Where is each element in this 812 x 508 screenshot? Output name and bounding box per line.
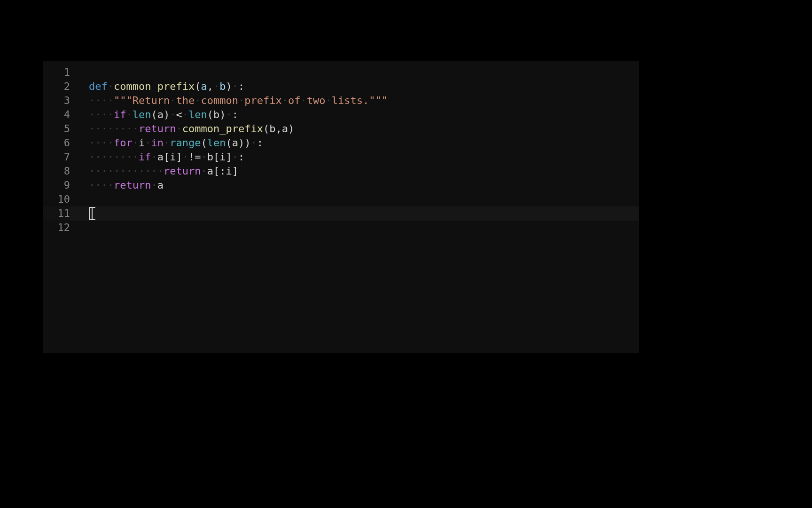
code-token: · xyxy=(170,109,176,120)
code-token: in xyxy=(151,137,164,149)
line-number: 5 xyxy=(43,122,70,136)
code-token: i xyxy=(170,151,176,163)
code-token: len xyxy=(133,109,151,120)
line-content[interactable]: ····return·a xyxy=(70,178,639,192)
code-token: ···· xyxy=(89,95,114,106)
line-content[interactable]: ····"""Return·the·common·prefix·of·two·l… xyxy=(70,94,639,108)
code-token: : xyxy=(232,109,238,120)
code-token: a xyxy=(207,165,213,177)
code-token: if xyxy=(114,109,126,120)
line-number: 8 xyxy=(43,164,70,178)
code-token: def xyxy=(89,80,108,92)
code-token: ) xyxy=(226,80,232,92)
code-area[interactable]: 12def·common_prefix(a,·b)·:3····"""Retur… xyxy=(43,61,639,235)
code-token: · xyxy=(250,137,257,149)
line-content[interactable] xyxy=(70,192,639,206)
code-token: a xyxy=(157,179,164,191)
code-token: ········ xyxy=(89,151,139,163)
code-token: len xyxy=(188,109,207,120)
code-line[interactable]: 3····"""Return·the·common·prefix·of·two·… xyxy=(43,94,639,108)
code-token: · xyxy=(195,95,201,106)
code-token: · xyxy=(108,80,114,92)
line-number: 9 xyxy=(43,178,70,192)
code-token: · xyxy=(170,95,176,106)
code-token: a xyxy=(201,80,207,92)
code-token: return xyxy=(139,123,176,135)
code-token: i xyxy=(139,137,145,149)
code-token: i xyxy=(226,165,232,177)
code-token: ( xyxy=(195,80,201,92)
code-editor[interactable]: 12def·common_prefix(a,·b)·:3····"""Retur… xyxy=(43,61,639,353)
code-token: ) xyxy=(238,137,244,149)
code-token: a xyxy=(282,123,288,135)
code-token: prefix xyxy=(244,95,281,106)
code-token: · xyxy=(226,109,232,120)
code-line[interactable]: 7········if·a[i]·!=·b[i]·: xyxy=(43,150,639,164)
code-token: the xyxy=(176,95,195,106)
line-content[interactable]: ········if·a[i]·!=·b[i]·: xyxy=(70,150,639,164)
code-token: [ xyxy=(164,151,170,163)
code-token: ( xyxy=(226,137,232,149)
code-token: ) xyxy=(244,137,250,149)
code-line[interactable]: 6····for·i·in·range(len(a))·: xyxy=(43,136,639,150)
code-token: ( xyxy=(151,109,157,120)
line-content[interactable]: ····if·len(a)·<·len(b)·: xyxy=(70,108,639,122)
code-token: ( xyxy=(201,137,207,149)
code-token: b xyxy=(219,80,226,92)
code-line[interactable]: 12 xyxy=(43,221,639,235)
code-token: : xyxy=(257,137,263,149)
code-token: · xyxy=(145,137,151,149)
code-token: · xyxy=(164,137,170,149)
code-token: of xyxy=(288,95,301,106)
line-content[interactable]: def·common_prefix(a,·b)·: xyxy=(70,79,639,94)
line-number: 1 xyxy=(43,65,70,79)
code-token: · xyxy=(151,151,157,163)
line-content[interactable] xyxy=(70,65,639,79)
code-line[interactable]: 10 xyxy=(43,192,639,206)
code-token: ···· xyxy=(89,179,114,191)
code-token: for xyxy=(114,137,133,149)
code-token: ] xyxy=(232,165,238,177)
code-token: return xyxy=(114,179,151,191)
code-token: : xyxy=(219,165,226,177)
line-number: 6 xyxy=(43,136,70,150)
code-token: : xyxy=(238,80,244,92)
code-token: · xyxy=(238,95,244,106)
line-content[interactable]: ············return·a[:i] xyxy=(70,164,639,178)
code-token: ) xyxy=(288,123,294,135)
code-token: · xyxy=(232,80,238,92)
line-number: 4 xyxy=(43,108,70,122)
code-token: lists.""" xyxy=(332,95,388,106)
code-token: · xyxy=(182,151,188,163)
line-content[interactable] xyxy=(70,206,639,221)
code-token: < xyxy=(176,109,182,120)
code-token: ) xyxy=(219,109,226,120)
line-number: 3 xyxy=(43,94,70,108)
line-content[interactable]: ····for·i·in·range(len(a))·: xyxy=(70,136,639,150)
code-token: range xyxy=(170,137,201,149)
text-caret-icon xyxy=(89,207,95,220)
code-token: ···· xyxy=(89,137,114,149)
code-token: common_prefix xyxy=(182,123,263,135)
code-token: ] xyxy=(176,151,182,163)
line-content[interactable] xyxy=(70,221,639,235)
code-line[interactable]: 11 xyxy=(43,206,639,221)
code-line[interactable]: 9····return·a xyxy=(43,178,639,192)
code-token: b xyxy=(207,151,213,163)
code-token: ] xyxy=(226,151,232,163)
code-token: , xyxy=(207,80,213,92)
code-line[interactable]: 5········return·common_prefix(b,a) xyxy=(43,122,639,136)
line-content[interactable]: ········return·common_prefix(b,a) xyxy=(70,122,639,136)
code-token: ········ xyxy=(89,123,139,135)
code-token: b xyxy=(213,109,219,120)
code-token: i xyxy=(219,151,226,163)
code-token: b xyxy=(269,123,275,135)
code-line[interactable]: 2def·common_prefix(a,·b)·: xyxy=(43,79,639,94)
code-token: , xyxy=(275,123,281,135)
code-line[interactable]: 1 xyxy=(43,65,639,79)
code-token: · xyxy=(201,151,207,163)
code-token: a xyxy=(157,151,164,163)
line-number: 7 xyxy=(43,150,70,164)
code-line[interactable]: 4····if·len(a)·<·len(b)·: xyxy=(43,108,639,122)
code-line[interactable]: 8············return·a[:i] xyxy=(43,164,639,178)
